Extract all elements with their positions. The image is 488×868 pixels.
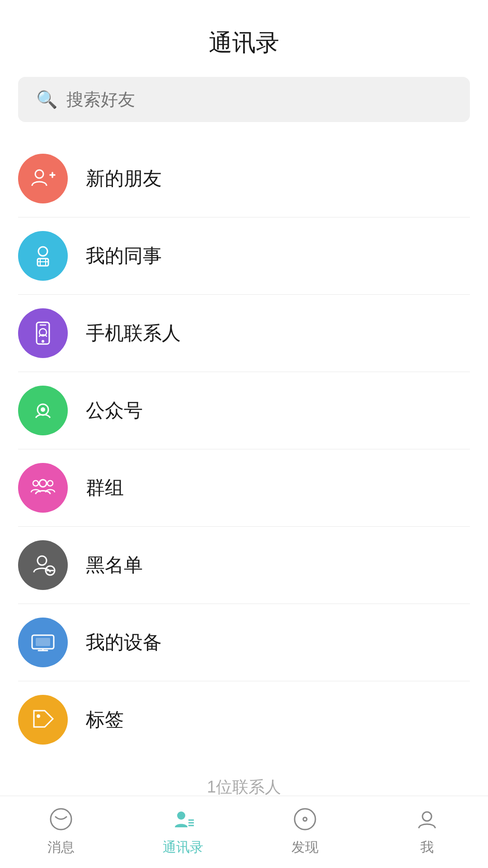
menu-item-groups[interactable]: 群组 [18,449,470,527]
groups-label: 群组 [86,475,124,500]
discover-icon [293,807,317,835]
colleague-icon [18,231,68,281]
svg-point-0 [35,170,43,178]
nav-item-contacts[interactable]: 通讯录 [138,807,228,857]
new-friend-icon [18,154,68,203]
header: 通讯录 [0,0,488,77]
colleague-label: 我的同事 [86,243,162,269]
svg-point-15 [33,481,38,486]
tag-icon [18,695,68,745]
contacts-icon [171,807,195,835]
svg-rect-23 [36,638,50,646]
official-account-label: 公众号 [86,398,143,423]
blacklist-label: 黑名单 [86,552,143,578]
contacts-label: 通讯录 [163,838,203,857]
messages-icon [49,807,73,835]
official-account-icon [18,386,68,435]
groups-icon [18,463,68,513]
nav-item-me[interactable]: 我 [382,807,472,857]
nav-item-messages[interactable]: 消息 [16,807,106,857]
my-device-label: 我的设备 [86,630,162,655]
svg-point-32 [422,812,432,821]
nav-item-discover[interactable]: 发现 [260,807,350,857]
menu-item-tag[interactable]: 标签 [18,681,470,758]
menu-list: 新的朋友 我的同事 手机联系人 公众号 群组 黑名单 我的设备 标签 [0,140,488,758]
svg-point-31 [303,817,307,821]
search-bar[interactable]: 🔍 [18,77,470,122]
svg-point-26 [177,811,185,820]
svg-point-17 [38,556,47,565]
svg-point-30 [295,809,315,830]
bottom-nav: 消息 通讯录 发现 [0,796,488,868]
phone-contacts-icon [18,308,68,358]
me-icon [415,807,439,835]
svg-point-16 [47,481,53,486]
menu-item-official-account[interactable]: 公众号 [18,372,470,449]
svg-point-24 [37,714,40,718]
blacklist-icon [18,540,68,590]
search-bar-container: 🔍 [0,77,488,140]
my-device-icon [18,618,68,667]
svg-point-14 [39,480,47,487]
search-input[interactable] [66,90,452,109]
menu-item-blacklist[interactable]: 黑名单 [18,527,470,604]
svg-point-9 [42,340,44,343]
svg-point-13 [41,407,45,412]
menu-item-phone-contacts[interactable]: 手机联系人 [18,295,470,372]
menu-item-my-device[interactable]: 我的设备 [18,604,470,681]
messages-label: 消息 [47,838,75,857]
menu-item-new-friend[interactable]: 新的朋友 [18,140,470,217]
me-label: 我 [420,838,434,857]
page-title: 通讯录 [209,29,279,56]
menu-item-colleague[interactable]: 我的同事 [18,217,470,295]
new-friend-label: 新的朋友 [86,166,162,191]
search-icon: 🔍 [36,90,57,109]
discover-label: 发现 [291,838,319,857]
svg-point-3 [38,247,47,256]
tag-label: 标签 [86,707,124,732]
phone-contacts-label: 手机联系人 [86,321,181,346]
